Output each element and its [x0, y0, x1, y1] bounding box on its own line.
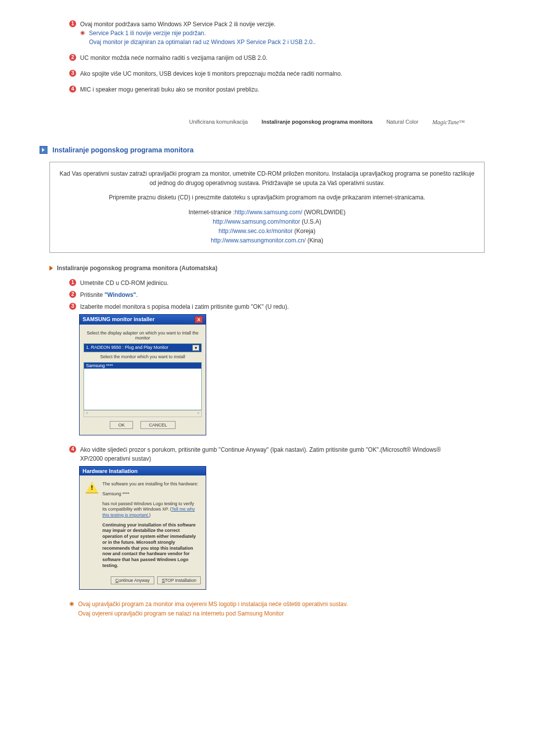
- cancel-button[interactable]: CANCEL: [140, 421, 176, 429]
- link-china-tag: (Kina): [306, 237, 323, 244]
- footnote-line2: Ovaj ovjereni upravljački program se nal…: [78, 609, 348, 618]
- monitor-listbox[interactable]: Samsung ****: [84, 362, 202, 410]
- list-item[interactable]: Samsung ****: [84, 363, 201, 369]
- chevron-down-icon[interactable]: ▾: [192, 345, 199, 351]
- top-notes: 1 Ovaj monitor podržava samo Windows XP …: [69, 20, 465, 94]
- adapter-combobox[interactable]: 1. RADEON 9550 : Plug and Play Monitor ▾: [84, 343, 202, 352]
- hw-dialog-title: Hardware Installation: [83, 468, 137, 474]
- hw-p4: Continuing your installation of this sof…: [102, 522, 200, 569]
- internet-links: Internet-stranice :http://www.samsung.co…: [59, 208, 475, 246]
- link-worldwide[interactable]: http://www.samsung.com/: [235, 209, 303, 216]
- bullet-3-icon: 3: [69, 70, 76, 77]
- link-china[interactable]: http://www.samsungmonitor.com.cn/: [211, 237, 306, 244]
- info-p1: Kad Vas operativni sustav zatraži upravl…: [59, 169, 475, 188]
- note-2: UC monitor možda neće normalno raditi s …: [80, 53, 267, 62]
- asterisk-icon: ✳: [80, 29, 85, 47]
- install-steps: 1 Umetnite CD u CD-ROM jedinicu. 2 Priti…: [69, 279, 465, 590]
- note-1: Ovaj monitor podržava samo Windows XP Se…: [80, 20, 316, 29]
- stop-installation-button[interactable]: STOP Installation: [157, 576, 201, 584]
- step-4: Ako vidite sljedeći prozor s porukom, pr…: [80, 445, 465, 463]
- step-2-windows: "Windows": [104, 291, 136, 298]
- step-1: Umetnite CD u CD-ROM jedinicu.: [80, 279, 169, 287]
- info-box: Kad Vas operativni sustav zatraži upravl…: [49, 162, 485, 253]
- tab-install-driver[interactable]: Instaliranje pogonskog programa monitora: [262, 119, 372, 126]
- hw-dialog-titlebar: Hardware Installation: [80, 467, 206, 475]
- info-p2: Pripremite praznu disketu (CD) i preuzmi…: [59, 193, 475, 202]
- note-1-sub2: Ovaj monitor je dizajniran za optimalan …: [89, 38, 316, 47]
- note-3: Ako spojite više UC monitors, USB device…: [80, 69, 342, 78]
- step-4-icon: 4: [69, 446, 76, 453]
- chevron-right-icon: [49, 266, 53, 271]
- tab-natural-color[interactable]: Natural Color: [386, 119, 418, 126]
- continue-anyway-button[interactable]: Continue Anyway: [111, 576, 154, 584]
- note-4: MIC i speaker mogu generirati buku ako s…: [80, 85, 259, 94]
- link-korea-tag: (Koreja): [293, 228, 315, 235]
- horizontal-scrollbar[interactable]: <>: [84, 410, 202, 417]
- links-label: Internet-stranice :: [188, 209, 234, 216]
- tab-unified[interactable]: Unificirana komunikacija: [189, 119, 248, 126]
- note-1-block: Ovaj monitor podržava samo Windows XP Se…: [80, 20, 316, 47]
- asterisk-icon: ✳: [69, 600, 74, 618]
- bullet-2-icon: 2: [69, 54, 76, 61]
- hardware-install-dialog: Hardware Installation The software you a…: [79, 466, 206, 590]
- footnote-line1: Ovaj upravljački program za monitor ima …: [78, 600, 348, 609]
- installer-label-monitor: Select the monitor which you want to ins…: [84, 354, 202, 359]
- link-korea[interactable]: http://www.sec.co.kr/monitor: [219, 228, 293, 235]
- hw-p2: Samsung ****: [102, 491, 200, 497]
- note-1-sub1: Service Pack 1 ili novije verzije nije p…: [89, 29, 316, 38]
- subsection-title: Instaliranje pogonskog programa monitora…: [57, 265, 218, 272]
- step-1-icon: 1: [69, 279, 76, 286]
- footnote: ✳ Ovaj upravljački program za monitor im…: [69, 600, 465, 618]
- bullet-4-icon: 4: [69, 86, 76, 93]
- link-usa[interactable]: http://www.samsung.com/monitor: [213, 218, 300, 225]
- link-worldwide-tag: (WORLDWIDE): [302, 209, 345, 216]
- step-2-icon: 2: [69, 291, 76, 298]
- section-title: Instaliranje pogonskog programa monitora: [52, 146, 193, 154]
- link-usa-tag: (U.S.A): [300, 218, 321, 225]
- ok-button[interactable]: OK: [110, 421, 133, 429]
- installer-dialog-titlebar: SAMSUNG monitor installer X: [80, 315, 206, 325]
- installer-dialog-title: SAMSUNG monitor installer: [83, 316, 154, 323]
- tab-magictune[interactable]: MagicTune™: [432, 119, 465, 126]
- step-2: Pritisnite "Windows".: [80, 290, 138, 299]
- subsection-header: Instaliranje pogonskog programa monitora…: [49, 265, 485, 272]
- installer-label-adapter: Select the display adapter on which you …: [84, 331, 202, 340]
- hw-p3: has not passed Windows Logo testing to v…: [102, 501, 200, 519]
- section-arrow-icon: [40, 146, 47, 154]
- tab-bar: Unificirana komunikacija Instaliranje po…: [69, 119, 465, 126]
- installer-dialog: SAMSUNG monitor installer X Select the d…: [79, 314, 206, 435]
- bullet-1-icon: 1: [69, 20, 76, 27]
- step-3: Izaberite model monitora s popisa modela…: [80, 302, 289, 311]
- warning-icon: [86, 481, 98, 493]
- hw-p1: The software you are installing for this…: [102, 481, 200, 487]
- step-3-icon: 3: [69, 303, 76, 310]
- close-icon[interactable]: X: [195, 316, 203, 323]
- section-header: Instaliranje pogonskog programa monitora: [40, 146, 494, 154]
